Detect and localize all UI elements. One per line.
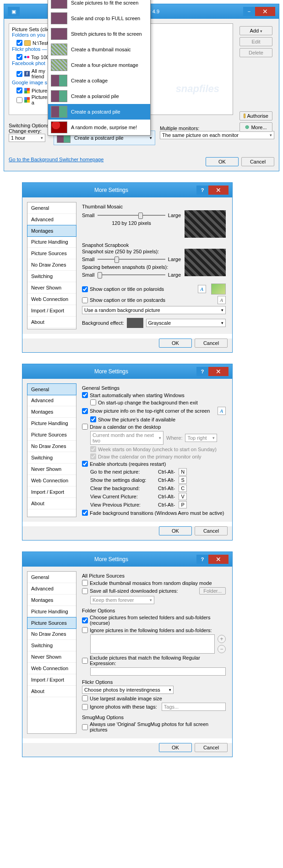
font-icon[interactable]: A: [198, 285, 206, 293]
tab-no-draw-zones[interactable]: No Draw Zones: [27, 259, 76, 271]
ok-button[interactable]: OK: [159, 338, 192, 348]
tab-picture-handling[interactable]: Picture Handling: [27, 236, 76, 248]
tags-input[interactable]: Tags...: [162, 703, 226, 711]
calendar-range-select[interactable]: Current month and the next two: [90, 431, 163, 445]
help-button[interactable]: ?: [196, 186, 208, 195]
tab-no-draw-zones[interactable]: No Draw Zones: [27, 628, 76, 640]
shuffle-icon[interactable]: [211, 284, 226, 295]
autostart-checkbox[interactable]: [82, 392, 88, 398]
ignore-tags-checkbox[interactable]: [82, 704, 88, 710]
tab-montages[interactable]: Montages: [27, 406, 76, 418]
calendar-checkbox[interactable]: [82, 424, 88, 430]
postcard-caption-checkbox[interactable]: [82, 297, 88, 303]
mosaic-size-slider[interactable]: [98, 211, 165, 219]
mode-postcard[interactable]: Create a postcard pile: [48, 104, 150, 120]
tab-picture-handling[interactable]: Picture Handling: [27, 606, 76, 617]
smugmug-original-checkbox[interactable]: [82, 724, 88, 730]
ok-button[interactable]: OK: [206, 157, 239, 166]
tab-about[interactable]: About: [27, 498, 76, 509]
largest-size-checkbox[interactable]: [82, 695, 88, 701]
close-button[interactable]: ✕: [208, 186, 229, 195]
save-full-checkbox[interactable]: [82, 588, 88, 594]
edit-button[interactable]: Edit: [239, 37, 272, 46]
tab-general[interactable]: General: [27, 572, 76, 583]
tab-import-export[interactable]: Import / Export: [27, 486, 76, 498]
google-checkbox-2[interactable]: [16, 97, 22, 103]
mode-scale-fit[interactable]: Scale pictures to fit the screen: [48, 0, 150, 11]
shortcut-prev-key[interactable]: P: [179, 501, 187, 508]
random-bg-select[interactable]: Use a random background picture: [82, 306, 226, 314]
flickr-checkbox[interactable]: [16, 54, 22, 60]
tab-switching[interactable]: Switching: [27, 452, 76, 464]
tab-switching[interactable]: Switching: [27, 271, 76, 282]
help-button[interactable]: ?: [196, 367, 208, 376]
snapshot-size-slider[interactable]: [98, 255, 165, 263]
tab-picture-sources[interactable]: Picture Sources: [27, 429, 76, 441]
bg-effect-select[interactable]: Grayscale: [146, 319, 226, 327]
homepage-link[interactable]: Go to the Background Switcher homepage: [9, 157, 103, 162]
ok-button[interactable]: OK: [159, 743, 192, 752]
cancel-button[interactable]: Cancel: [195, 743, 228, 752]
tab-picture-sources[interactable]: Picture Sources: [27, 617, 76, 629]
add-button[interactable]: Add: [239, 26, 272, 35]
tab-advanced[interactable]: Advanced: [27, 583, 76, 595]
fade-checkbox[interactable]: [82, 510, 88, 516]
tab-picture-handling[interactable]: Picture Handling: [27, 418, 76, 429]
folder-checkbox[interactable]: [16, 40, 22, 46]
cancel-button[interactable]: Cancel: [241, 157, 274, 166]
mode-random[interactable]: A random mode, surprise me!: [48, 120, 150, 135]
tab-switching[interactable]: Switching: [27, 640, 76, 651]
help-button[interactable]: ?: [196, 555, 208, 564]
mode-four-montage[interactable]: Create a four-picture montage: [48, 57, 150, 73]
close-button[interactable]: ✕: [208, 555, 229, 564]
ok-button[interactable]: OK: [159, 526, 192, 535]
tab-about[interactable]: About: [27, 686, 76, 697]
delete-button[interactable]: Delete: [239, 48, 272, 57]
shortcuts-checkbox[interactable]: [82, 461, 88, 467]
multi-monitors-select[interactable]: The same picture on each monitor: [160, 131, 274, 139]
polaroid-caption-checkbox[interactable]: [82, 286, 88, 292]
keep-select[interactable]: Keep them forever: [90, 596, 154, 604]
tab-web-connection[interactable]: Web Connection: [27, 663, 76, 674]
regex-input[interactable]: [90, 667, 226, 676]
flickr-sort-select[interactable]: Choose photos by interestingness: [82, 686, 174, 694]
cancel-button[interactable]: Cancel: [195, 526, 228, 535]
minimize-button[interactable]: −: [243, 7, 255, 16]
shortcut-clear-key[interactable]: C: [179, 485, 187, 492]
mode-collage[interactable]: Create a collage: [48, 73, 150, 88]
show-date-checkbox[interactable]: [90, 416, 96, 422]
regex-checkbox[interactable]: [82, 658, 88, 664]
tab-about[interactable]: About: [27, 317, 76, 328]
ignore-folders-listbox[interactable]: [90, 634, 215, 654]
mode-scale-crop[interactable]: Scale and crop to FULL screen: [48, 11, 150, 26]
folder-button[interactable]: Folder...: [199, 587, 226, 595]
exclude-mosaic-checkbox[interactable]: [82, 580, 88, 586]
tab-advanced[interactable]: Advanced: [27, 214, 76, 225]
tab-general[interactable]: General: [27, 202, 76, 214]
tab-import-export[interactable]: Import / Export: [27, 305, 76, 317]
ignore-folders-checkbox[interactable]: [82, 627, 88, 633]
cancel-button[interactable]: Cancel: [195, 338, 228, 348]
shortcut-settings-key[interactable]: S: [179, 476, 187, 484]
spacing-slider[interactable]: [98, 271, 165, 279]
google-checkbox-1[interactable]: [16, 87, 22, 93]
more-button[interactable]: ⊕More...: [239, 122, 272, 132]
tab-web-connection[interactable]: Web Connection: [27, 294, 76, 305]
tab-montages[interactable]: Montages: [27, 595, 76, 606]
remove-folder-button[interactable]: −: [218, 645, 226, 653]
close-button[interactable]: ✕: [208, 367, 229, 376]
shortcut-next-key[interactable]: N: [179, 468, 187, 475]
tab-web-connection[interactable]: Web Connection: [27, 475, 76, 486]
calendar-where-select[interactable]: Top right: [185, 434, 217, 442]
close-button[interactable]: ✕: [255, 7, 275, 16]
facebook-checkbox[interactable]: [16, 71, 22, 77]
show-info-checkbox[interactable]: [82, 408, 88, 414]
tab-never-shown[interactable]: Never Shown: [27, 464, 76, 475]
tab-no-draw-zones[interactable]: No Draw Zones: [27, 441, 76, 452]
tab-montages[interactable]: Montages: [27, 225, 76, 237]
change-every-select[interactable]: 1 hour: [9, 134, 45, 142]
tab-general[interactable]: General: [27, 383, 76, 395]
tab-picture-sources[interactable]: Picture Sources: [27, 248, 76, 259]
mode-stretch[interactable]: Stretch pictures to fit the screen: [48, 26, 150, 42]
authorise-button[interactable]: Authorise: [239, 111, 272, 120]
